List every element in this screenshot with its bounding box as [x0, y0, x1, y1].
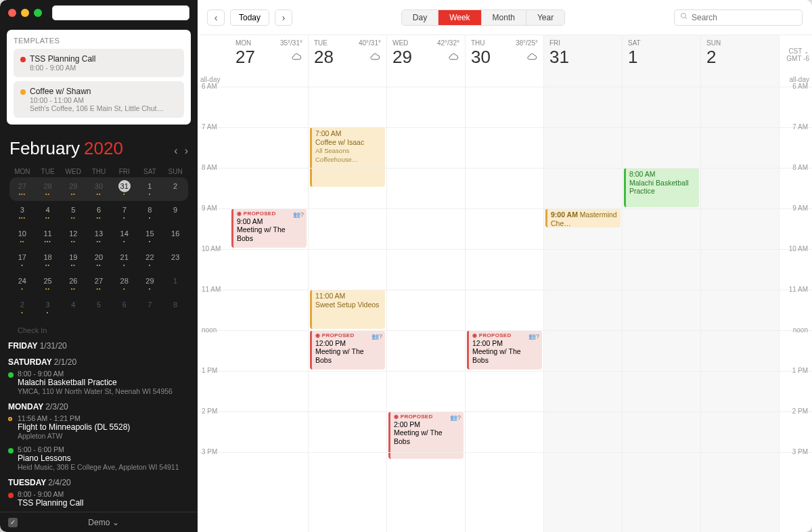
- mini-cal-day[interactable]: 17•: [9, 248, 35, 272]
- mini-cal-day[interactable]: 4: [60, 296, 86, 319]
- agenda-day-header: TUESDAY 2/4/20: [8, 478, 189, 487]
- mini-cal-day[interactable]: 19••: [60, 248, 86, 272]
- attendees-icon: 👥?: [293, 211, 304, 219]
- mini-cal-day[interactable]: 21•: [112, 248, 137, 272]
- mini-cal-day[interactable]: 12••: [60, 225, 86, 248]
- event-title: Meeting w/ The Bobs: [394, 428, 460, 445]
- mini-cal-day[interactable]: 27•••: [9, 177, 35, 201]
- search-input[interactable]: [692, 13, 796, 22]
- mini-cal-day[interactable]: 24•: [9, 272, 35, 296]
- mini-cal-day[interactable]: 2: [162, 177, 188, 201]
- day-column[interactable]: [701, 74, 780, 532]
- view-year-button[interactable]: Year: [526, 10, 564, 25]
- close-icon[interactable]: [8, 9, 16, 17]
- mini-cal-day[interactable]: 15•: [137, 225, 163, 248]
- mini-cal-day[interactable]: 1: [162, 272, 188, 296]
- mini-cal-day[interactable]: 23: [162, 248, 188, 272]
- mini-cal-day[interactable]: 5••: [60, 201, 86, 225]
- day-header[interactable]: THU38°/25° 30: [466, 35, 544, 74]
- tasks-toggle[interactable]: ✓: [8, 518, 18, 527]
- mini-cal-day[interactable]: 7: [137, 296, 163, 319]
- today-button[interactable]: Today: [230, 9, 269, 26]
- view-week-button[interactable]: Week: [438, 10, 481, 25]
- search-field[interactable]: [674, 9, 803, 26]
- mini-cal-day[interactable]: 30••: [86, 177, 112, 201]
- day-column[interactable]: 9:00 AM Mastermind Che…: [544, 74, 623, 532]
- mini-cal-day[interactable]: 8•: [137, 201, 163, 225]
- calendar-event[interactable]: ◉ PROPOSED12:00 PMMeeting w/ The Bobs👥?: [467, 330, 542, 370]
- mini-cal-day[interactable]: 29•: [137, 272, 163, 296]
- mini-cal-day[interactable]: 6••: [86, 201, 112, 225]
- mini-cal-day[interactable]: 2•: [9, 296, 35, 319]
- calendar-event[interactable]: 7:00 AMCoffee w/ IsaacAll Seasons Coffee…: [310, 127, 385, 187]
- agenda-event[interactable]: 8:00 - 9:00 AM TSS Planning Call: [8, 490, 189, 508]
- day-header[interactable]: SUN 2: [701, 35, 780, 74]
- day-temperature: 42°/32°: [437, 39, 459, 47]
- templates-heading: TEMPLATES: [14, 37, 184, 45]
- next-week-button[interactable]: ›: [275, 9, 292, 26]
- mini-cal-day[interactable]: 26••: [60, 272, 86, 296]
- day-number: 27: [235, 47, 255, 68]
- agenda-event[interactable]: 8:00 - 9:00 AM Malachi Basketball Practi…: [8, 370, 189, 395]
- prev-week-button[interactable]: ‹: [207, 9, 225, 26]
- mini-cal-day[interactable]: 28•: [112, 272, 137, 296]
- week-body[interactable]: all-day all-day ◉ PROPOSED9:00 AMMeeting…: [198, 74, 812, 532]
- mini-cal-day[interactable]: 3•••: [9, 201, 35, 225]
- month-prev-button[interactable]: ‹: [174, 145, 177, 157]
- day-column[interactable]: 7:00 AMCoffee w/ IsaacAll Seasons Coffee…: [309, 74, 387, 532]
- mini-cal-day[interactable]: 10••: [9, 225, 35, 248]
- day-header[interactable]: SAT 1: [623, 35, 701, 74]
- calendar-event[interactable]: 8:00 AMMalachi Basketball Practice: [624, 168, 699, 207]
- calendar-set-selector[interactable]: Demo ⌄: [88, 518, 118, 527]
- day-header[interactable]: FRI 31: [544, 35, 623, 74]
- calendar-event[interactable]: 9:00 AM Mastermind Che…: [545, 208, 621, 227]
- template-item[interactable]: TSS Planning Call8:00 - 9:00 AM: [14, 49, 184, 77]
- mini-cal-day[interactable]: 29••: [60, 177, 86, 201]
- mini-cal-day[interactable]: 25••: [35, 272, 61, 296]
- mini-cal-day[interactable]: 27••: [86, 272, 112, 296]
- mini-cal-day[interactable]: 18••: [35, 248, 61, 272]
- agenda-event-time: 8:00 - 9:00 AM: [18, 370, 189, 378]
- day-number: 31: [549, 47, 569, 68]
- template-item[interactable]: Coffee w/ Shawn10:00 - 11:00 AMSeth's Co…: [14, 81, 184, 118]
- mini-cal-day[interactable]: 9: [162, 201, 188, 225]
- minimize-icon[interactable]: [21, 9, 29, 17]
- mini-cal-day[interactable]: 20••: [86, 248, 112, 272]
- calendar-event[interactable]: 11:00 AMSweet Setup Videos: [310, 290, 385, 329]
- mini-cal-day[interactable]: 11•••: [35, 225, 61, 248]
- mini-cal-day[interactable]: 3•: [35, 296, 61, 319]
- day-column[interactable]: 8:00 AMMalachi Basketball Practice: [623, 74, 701, 532]
- mini-cal-day[interactable]: 16: [162, 225, 188, 248]
- mini-cal-day[interactable]: 4••: [35, 201, 61, 225]
- day-header[interactable]: MON35°/31° 27: [230, 35, 309, 74]
- day-column[interactable]: ◉ PROPOSED2:00 PMMeeting w/ The Bobs👥?: [387, 74, 466, 532]
- mini-cal-day[interactable]: 1•: [137, 177, 163, 201]
- maximize-icon[interactable]: [34, 9, 42, 17]
- agenda-event[interactable]: 11:56 AM - 1:21 PM Flight to Minneapolis…: [8, 414, 189, 440]
- mini-cal-day[interactable]: 28••: [35, 177, 61, 201]
- day-header[interactable]: TUE40°/31° 28: [309, 35, 387, 74]
- mini-cal-day[interactable]: 8: [162, 296, 188, 319]
- day-header[interactable]: WED42°/32° 29: [387, 35, 466, 74]
- mini-cal-day[interactable]: 7•: [112, 201, 137, 225]
- view-month-button[interactable]: Month: [482, 10, 526, 25]
- timezone-label: CST ⌄ GMT -6: [780, 35, 812, 74]
- hour-label: 9 AM: [792, 204, 808, 212]
- calendar-event[interactable]: ◉ PROPOSED12:00 PMMeeting w/ The Bobs👥?: [310, 330, 385, 370]
- mini-cal-day[interactable]: 22•: [137, 248, 163, 272]
- attendees-icon: 👥?: [450, 414, 461, 422]
- title-search-field[interactable]: [52, 5, 189, 20]
- mini-cal-day[interactable]: 5: [86, 296, 112, 319]
- day-column[interactable]: ◉ PROPOSED9:00 AMMeeting w/ The Bobs👥?: [230, 74, 309, 532]
- agenda-event[interactable]: 5:00 - 6:00 PM Piano Lessons Heid Music,…: [8, 445, 189, 471]
- mini-cal-day[interactable]: 6: [112, 296, 137, 319]
- cloud-icon: [447, 51, 459, 64]
- calendar-event[interactable]: ◉ PROPOSED9:00 AMMeeting w/ The Bobs👥?: [231, 208, 307, 248]
- mini-cal-day[interactable]: 14•: [112, 225, 137, 248]
- day-column[interactable]: ◉ PROPOSED12:00 PMMeeting w/ The Bobs👥?: [466, 74, 544, 532]
- hour-label: noon: [793, 326, 808, 334]
- month-next-button[interactable]: ›: [185, 145, 188, 157]
- view-day-button[interactable]: Day: [402, 10, 438, 25]
- mini-cal-day[interactable]: 13••: [86, 225, 112, 248]
- mini-cal-day[interactable]: 31•: [112, 177, 137, 201]
